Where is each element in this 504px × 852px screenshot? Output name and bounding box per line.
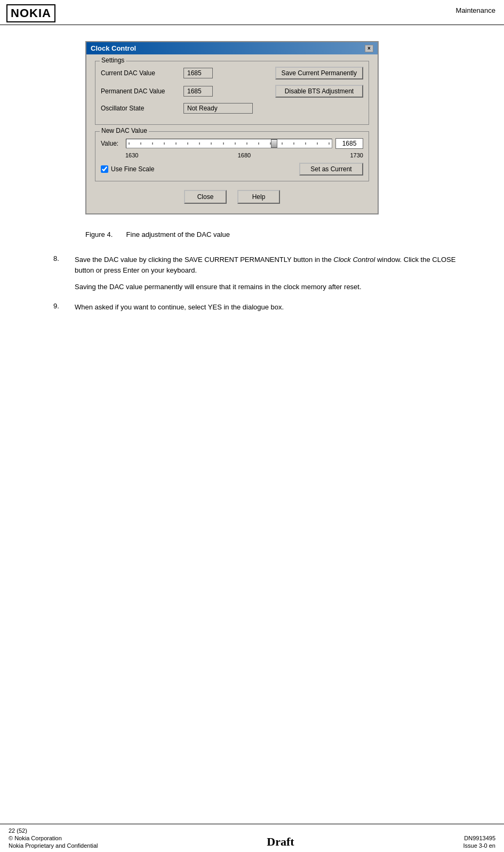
scale-label-1680: 1680 [238,152,251,158]
permanent-dac-value: 1685 [183,86,213,97]
page-number: 22 (52) [9,827,98,834]
page-header: NOKIA Maintenance [0,0,504,25]
close-button[interactable]: Close [184,190,227,204]
slider-dots [129,142,330,145]
slider-dot [152,142,153,145]
slider-handle[interactable] [271,139,277,148]
footer-draft: Draft [267,835,294,849]
settings-group-label: Settings [100,57,126,64]
nokia-logo: NOKIA [6,4,55,22]
dialog-close-button[interactable]: × [365,45,373,52]
page-title: Maintenance [456,4,495,14]
dac-value-input[interactable] [335,138,363,149]
step-8-text: Save the DAC value by clicking the SAVE … [75,254,472,292]
slider-dot [199,142,200,145]
dialog-titlebar: Clock Control × [86,42,378,54]
new-dac-group-label: New DAC Value [100,127,149,134]
use-fine-scale-label: Use Fine Scale [111,165,154,173]
checkbox-row: Use Fine Scale Set as Current [101,163,363,176]
permanent-dac-row: Permanent DAC Value 1685 Disable BTS Adj… [101,85,363,98]
step-9: 9. When asked if you want to continue, s… [53,302,472,313]
footer-docnum: DN9913495 [464,835,495,841]
figure-number: Figure 4. [85,230,113,238]
slider-track[interactable] [126,139,332,148]
scale-label-1630: 1630 [125,152,138,158]
dialog-title: Clock Control [91,44,136,52]
slider-dot [258,142,259,145]
slider-dot [305,142,306,145]
scale-labels: 1630 1680 1730 [101,152,363,158]
footer-proprietary: Nokia Proprietary and Confidential [9,842,98,849]
main-content: Clock Control × Settings Current DAC Val… [0,25,504,332]
figure-caption: Figure 4. Fine adjustment of the DAC val… [85,230,472,238]
slider-dot [246,142,247,145]
slider-dot [317,142,318,145]
oscillator-state-value: Not Ready [183,103,253,114]
set-as-current-button[interactable]: Set as Current [299,163,363,176]
slider-dot [329,142,330,145]
save-current-permanently-button[interactable]: Save Current Permanently [275,67,363,79]
footer-left: 22 (52) © Nokia Corporation Nokia Propri… [9,827,98,849]
permanent-dac-label: Permanent DAC Value [101,87,183,95]
current-dac-row: Current DAC Value 1685 Save Current Perm… [101,67,363,79]
step-8-subpara: Saving the DAC value permanently will en… [75,282,472,292]
slider-dot [223,142,224,145]
footer-issue: Issue 3-0 en [463,842,495,849]
page-footer: 22 (52) © Nokia Corporation Nokia Propri… [0,824,504,852]
oscillator-state-label: Oscillator State [101,105,183,112]
new-dac-content: Value: [101,132,363,176]
settings-group: Settings Current DAC Value 1685 Save Cur… [95,61,369,125]
slider-row: Value: [101,138,363,149]
use-fine-scale-checkbox[interactable] [101,165,108,173]
footer-copyright: © Nokia Corporation [9,835,98,841]
clock-control-dialog: Clock Control × Settings Current DAC Val… [85,41,379,214]
slider-dot [175,142,177,145]
slider-dot [211,142,212,145]
disable-bts-adjustment-button[interactable]: Disable BTS Adjustment [275,85,363,98]
value-label: Value: [101,140,118,147]
new-dac-group: New DAC Value Value: [95,131,369,181]
figure-text: Fine adjustment of the DAC value [126,230,230,238]
step-9-number: 9. [53,302,75,313]
footer-right: DN9913495 Issue 3-0 en [463,835,495,849]
current-dac-label: Current DAC Value [101,69,183,77]
current-dac-value: 1685 [183,68,213,78]
step-8: 8. Save the DAC value by clicking the SA… [53,254,472,292]
oscillator-state-row: Oscillator State Not Ready [101,103,363,114]
step-8-number: 8. [53,254,75,292]
scale-label-1730: 1730 [350,152,363,158]
slider-dot [235,142,236,145]
dialog-body: Settings Current DAC Value 1685 Save Cur… [86,54,378,213]
dialog-container: Clock Control × Settings Current DAC Val… [85,41,379,214]
slider-dot [187,142,188,145]
slider-dot [293,142,294,145]
step-9-text: When asked if you want to continue, sele… [75,302,472,313]
help-button[interactable]: Help [237,190,280,204]
slider-dot [129,142,130,145]
slider-dot [140,142,141,145]
settings-group-content: Current DAC Value 1685 Save Current Perm… [101,61,363,114]
slider-dot [282,142,283,145]
slider-dot [164,142,165,145]
dialog-bottom-buttons: Close Help [95,188,369,205]
